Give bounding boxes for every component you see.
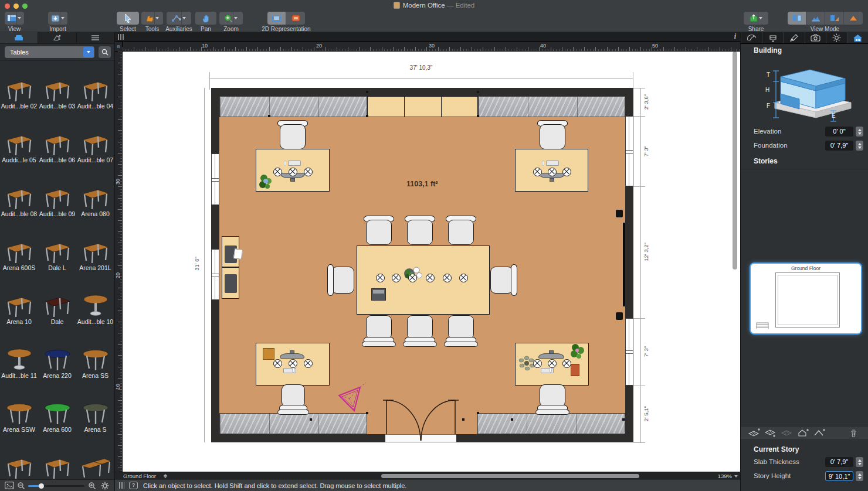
- zoom-dropdown-chevron[interactable]: [233, 12, 238, 25]
- duplicate-story-button[interactable]: [779, 428, 794, 438]
- library-item[interactable]: [76, 439, 114, 479]
- chevron-down-icon[interactable]: [83, 47, 94, 57]
- wall-bottom-left[interactable]: [211, 434, 385, 442]
- foundation-stepper[interactable]: [856, 141, 863, 151]
- storage-box[interactable]: [263, 348, 274, 360]
- library-item[interactable]: Arena 600S: [0, 224, 38, 278]
- library-item[interactable]: Auddi...le 05: [0, 116, 38, 170]
- outlet-symbol[interactable]: [533, 168, 542, 176]
- library-item[interactable]: Audit...ble 07: [76, 116, 114, 170]
- tab-materials[interactable]: [38, 32, 76, 43]
- outlet-symbol[interactable]: [443, 274, 452, 282]
- import-button[interactable]: [48, 12, 67, 25]
- countertop-bottom-right[interactable]: [477, 413, 625, 434]
- keyboard[interactable]: [546, 161, 559, 166]
- keyboard[interactable]: [288, 161, 301, 166]
- library-item[interactable]: Arena S: [76, 386, 114, 439]
- library-item[interactable]: Audit...ble 02: [0, 62, 38, 116]
- zoom-level[interactable]: 139%: [718, 473, 732, 479]
- outlet-symbol[interactable]: [562, 168, 571, 176]
- share-button[interactable]: [744, 12, 768, 25]
- conference-chair[interactable]: [448, 216, 474, 245]
- import-dropdown-chevron[interactable]: [60, 12, 65, 25]
- select-tool-button[interactable]: [117, 12, 139, 25]
- sketch-annotation[interactable]: [335, 381, 367, 414]
- tab-building[interactable]: [847, 32, 868, 43]
- slab-thickness-stepper[interactable]: [856, 457, 863, 467]
- library-item[interactable]: Audit...ble 11: [0, 332, 38, 386]
- library-item[interactable]: Audit...ble 03: [38, 62, 76, 116]
- tab-light[interactable]: [826, 32, 847, 43]
- office-chair[interactable]: [282, 384, 305, 412]
- library-item[interactable]: Arena SSW: [0, 386, 38, 439]
- zoom-in-icon[interactable]: [89, 482, 96, 490]
- outlet-symbol[interactable]: [533, 359, 542, 368]
- window-left-2[interactable]: [211, 249, 219, 300]
- canvas-vertical-scrollbar[interactable]: [733, 52, 737, 270]
- story-height-field[interactable]: 9' 10,1": [825, 471, 853, 481]
- slider-knob[interactable]: [39, 483, 44, 489]
- outlet-symbol[interactable]: [392, 274, 401, 282]
- library-item[interactable]: Audit...ble 09: [38, 170, 76, 224]
- monitor[interactable]: [280, 353, 304, 359]
- wall-bottom-right[interactable]: [456, 434, 633, 442]
- library-item[interactable]: Arena 600: [38, 386, 76, 439]
- conference-chair[interactable]: [407, 315, 433, 345]
- view-mode-2d-segment[interactable]: [788, 12, 806, 25]
- representation-3d-segment[interactable]: [286, 12, 305, 25]
- wall-screen[interactable]: [623, 223, 625, 306]
- elevation-stepper[interactable]: [856, 127, 863, 137]
- library-item[interactable]: Audit...ble 08: [0, 170, 38, 224]
- conference-chair[interactable]: [366, 216, 392, 245]
- library-item[interactable]: [0, 439, 38, 479]
- floor-selector[interactable]: Ground Floor: [123, 473, 156, 479]
- gear-icon[interactable]: [101, 482, 109, 490]
- library-item[interactable]: Arena 10: [0, 278, 38, 332]
- office-chair[interactable]: [280, 120, 306, 149]
- auxiliaries-button[interactable]: [167, 12, 191, 25]
- office-chair[interactable]: [540, 384, 565, 412]
- outlet-symbol[interactable]: [562, 359, 571, 368]
- tab-2d-properties[interactable]: [783, 32, 804, 43]
- conference-chair[interactable]: [407, 216, 433, 245]
- add-roof-button[interactable]: [812, 428, 827, 438]
- window-right-1[interactable]: [625, 116, 633, 186]
- view-dropdown-chevron[interactable]: [16, 12, 22, 25]
- tools-dropdown-chevron[interactable]: [154, 12, 160, 25]
- outlet-symbol[interactable]: [304, 168, 313, 176]
- foundation-field[interactable]: 0' 7,9": [825, 141, 853, 151]
- desk-plant[interactable]: [258, 173, 274, 190]
- file-tray[interactable]: [571, 364, 579, 376]
- zoom-tool-button[interactable]: [219, 12, 243, 25]
- library-item[interactable]: Arena 220: [38, 332, 76, 386]
- zoom-out-icon[interactable]: [18, 482, 25, 490]
- canvas-horizontal-scrollbar[interactable]: [381, 474, 639, 478]
- auxiliaries-dropdown-chevron[interactable]: [181, 12, 187, 25]
- countertop-top-right[interactable]: [478, 96, 625, 117]
- category-dropdown[interactable]: Tables: [5, 46, 94, 58]
- laptop[interactable]: [371, 288, 386, 301]
- office-chair[interactable]: [540, 120, 565, 149]
- zoom-level-chevron[interactable]: [734, 475, 738, 478]
- conference-chair[interactable]: [448, 315, 474, 345]
- library-item[interactable]: Arena 080: [76, 170, 114, 224]
- outlet-symbol[interactable]: [304, 359, 313, 368]
- view-mode-3d-segment[interactable]: [844, 12, 863, 25]
- outlet-symbol[interactable]: [426, 274, 435, 282]
- outlet-symbol[interactable]: [548, 168, 557, 176]
- library-item[interactable]: Audit...ble 10: [76, 278, 114, 332]
- media-icon[interactable]: [5, 482, 14, 489]
- outlet-symbol[interactable]: [289, 359, 297, 368]
- library-item[interactable]: Arena 201L: [76, 224, 114, 278]
- conference-chair[interactable]: [490, 267, 517, 294]
- library-item[interactable]: Dale L: [38, 224, 76, 278]
- wall-top[interactable]: [211, 88, 633, 96]
- outlet-symbol[interactable]: [289, 168, 297, 176]
- countertop-top-left[interactable]: [219, 96, 367, 117]
- window-left-1[interactable]: [211, 154, 219, 205]
- story-card-ground-floor[interactable]: Ground Floor: [750, 262, 862, 335]
- library-item[interactable]: Audit...ble 06: [38, 116, 76, 170]
- outlet-symbol[interactable]: [459, 274, 468, 282]
- outlet-symbol[interactable]: [376, 274, 385, 282]
- help-icon[interactable]: ?: [129, 482, 138, 489]
